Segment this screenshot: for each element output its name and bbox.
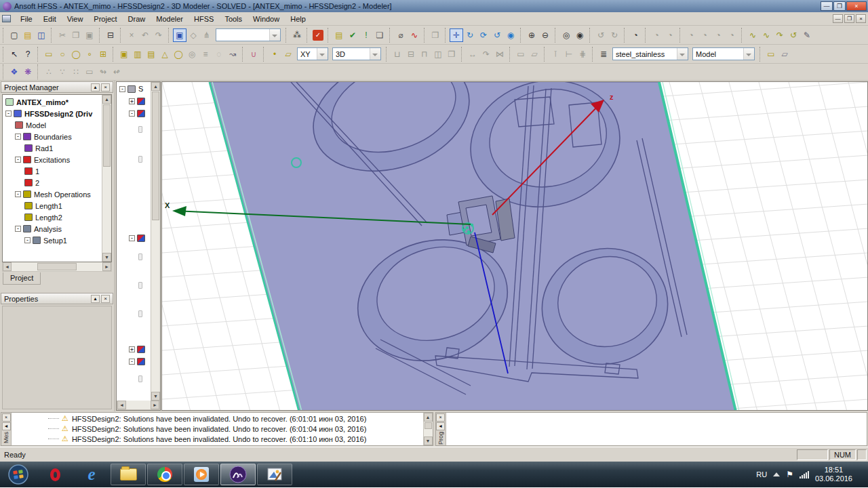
menu-view[interactable]: View [62, 14, 89, 24]
scroll-up-icon[interactable]: ▲ [151, 82, 160, 91]
close-icon[interactable]: × [101, 83, 110, 92]
save-icon[interactable]: ◫ [35, 28, 48, 42]
select-face-icon[interactable]: ◇ [186, 28, 200, 42]
tree-item-setup1[interactable]: -Setup1 [4, 235, 102, 246]
scroll-down-icon[interactable]: ▼ [424, 436, 433, 445]
scroll-up-icon[interactable]: ▲ [102, 95, 111, 104]
close-button[interactable]: × [846, 1, 867, 11]
torus-icon[interactable]: ◎ [185, 47, 199, 61]
copy-image-icon[interactable]: ❐ [429, 28, 442, 42]
tree-item-mesh-operations[interactable]: -Mesh Operations [4, 188, 102, 200]
start-button[interactable] [1, 464, 36, 485]
view-redo-icon[interactable]: ↻ [608, 28, 621, 42]
clock-back-icon[interactable]: ◔ [650, 28, 663, 42]
validation-check-icon[interactable]: ▤ [332, 28, 346, 42]
expander-icon[interactable]: - [129, 110, 135, 117]
menu-file[interactable]: File [15, 14, 38, 24]
section-icon[interactable]: ▭ [514, 47, 528, 61]
layers-icon[interactable]: ≣ [597, 47, 610, 61]
polyhedron-icon[interactable]: ▤ [144, 47, 158, 61]
tree-item-port1[interactable]: 1 [4, 165, 102, 177]
rotate-vertical-icon[interactable]: ↺ [490, 28, 504, 42]
plane-icon[interactable]: ▱ [281, 47, 295, 61]
clock-next-icon[interactable]: ◔ [711, 28, 725, 42]
zoom-fit-icon[interactable]: ◉ [573, 28, 587, 42]
tree-item-model[interactable]: Model [4, 119, 102, 131]
message-vscrollbar[interactable]: ▲ ▼ [423, 413, 433, 445]
design-variables-icon[interactable]: ⁂ [290, 28, 304, 42]
arc-2-icon[interactable]: ↺ [787, 28, 800, 42]
message-row[interactable]: ⚠HFSSDesign2: Solutions have been invali… [12, 424, 423, 434]
animation-icon[interactable]: ◔ [629, 28, 642, 42]
clock-end-icon[interactable]: ◔ [725, 28, 738, 42]
scroll-thumb[interactable] [103, 104, 111, 167]
zoom-out-icon[interactable]: ⊖ [538, 28, 552, 42]
scroll-thumb[interactable] [37, 263, 77, 270]
expander-icon[interactable]: - [15, 134, 21, 140]
scroll-down-icon[interactable]: ▼ [102, 253, 111, 262]
zoom-window-icon[interactable]: ◎ [559, 28, 573, 42]
move-face-icon[interactable]: ∷ [69, 65, 83, 79]
move-to-icon[interactable]: ⊺ [549, 47, 562, 61]
menu-edit[interactable]: Edit [38, 14, 62, 24]
expander-icon[interactable]: + [129, 98, 135, 104]
clock-forward-icon[interactable]: ◔ [663, 28, 677, 42]
history-root[interactable]: -S [118, 83, 151, 94]
expander-icon[interactable]: - [129, 359, 135, 365]
tree-item-length2[interactable]: Length2 [4, 211, 102, 223]
network-signal-icon[interactable] [800, 471, 809, 479]
edit-points-icon[interactable]: ✎ [800, 28, 814, 42]
open-icon[interactable]: ▤ [21, 28, 35, 42]
distribute-icon[interactable]: ⋕ [576, 47, 589, 61]
rotate-icon[interactable]: ↷ [479, 47, 493, 61]
scroll-left-icon[interactable]: ◄ [117, 401, 126, 409]
internet-explorer-button[interactable]: e [74, 464, 109, 485]
material-combo[interactable]: steel_stainless [612, 47, 688, 60]
submit-job-icon[interactable]: ! [359, 28, 373, 42]
tree-item-design[interactable]: -HFSSDesign2 (Driv [4, 108, 102, 119]
quick-select-combo[interactable] [216, 28, 281, 41]
close-icon[interactable]: × [2, 413, 11, 422]
child-minimize-button[interactable]: — [833, 14, 843, 23]
menu-hfss[interactable]: HFSS [189, 14, 219, 24]
equation-curve-icon[interactable]: ∪ [247, 47, 260, 61]
menu-help[interactable]: Help [285, 14, 311, 24]
close-icon[interactable]: × [101, 295, 110, 303]
helix-icon[interactable]: ≡ [199, 47, 212, 61]
clock-prev-icon[interactable]: ◔ [698, 28, 711, 42]
validate-icon[interactable]: ✓ [313, 30, 323, 41]
cut-icon[interactable]: ✂ [56, 28, 69, 42]
subtract-icon[interactable]: ⊟ [404, 47, 418, 61]
close-icon[interactable]: × [436, 413, 445, 422]
child-restore-button[interactable]: ❐ [844, 14, 854, 23]
object-type-combo[interactable]: Model [692, 47, 755, 60]
history-item[interactable]: + [118, 344, 151, 354]
zoom-in-icon[interactable]: ⊕ [525, 28, 538, 42]
spiral-icon[interactable]: ◌ [212, 47, 226, 61]
analyze-all-icon[interactable]: ✔ [346, 28, 359, 42]
modeler-window-icon[interactable] [2, 15, 11, 22]
expander-icon[interactable]: - [5, 110, 12, 117]
sweep-path-icon[interactable]: ↝ [226, 47, 239, 61]
move-vertex-icon[interactable]: ∴ [42, 65, 56, 79]
movement-mode-combo[interactable]: 3D [332, 47, 381, 60]
oval-icon[interactable]: ∘ [83, 47, 96, 61]
box-icon[interactable]: ▣ [117, 47, 131, 61]
tab-project[interactable]: Project [3, 272, 41, 285]
scroll-down-icon[interactable]: ▼ [151, 392, 160, 401]
project-manager-titlebar[interactable]: Project Manager ▴ × [1, 81, 113, 93]
tree-item-excitations[interactable]: -Excitations [4, 154, 102, 165]
scroll-left-icon[interactable]: ◄ [3, 262, 12, 271]
imprint-icon[interactable]: ❐ [445, 47, 458, 61]
scroll-right-icon[interactable]: ► [102, 262, 111, 271]
collapse-icon[interactable]: ◄ [2, 422, 11, 430]
sphere-icon[interactable]: ◯ [172, 47, 185, 61]
history-item[interactable]: - [118, 108, 151, 119]
solution-data-icon[interactable]: ❏ [373, 28, 387, 42]
cylinder-icon[interactable]: ▥ [131, 47, 144, 61]
rectangle-icon[interactable]: ▭ [42, 47, 56, 61]
menu-tools[interactable]: Tools [219, 14, 248, 24]
point-icon[interactable]: • [268, 47, 281, 61]
project-tree-hscrollbar[interactable]: ◄ ► [2, 262, 112, 272]
wireframe-icon[interactable]: ▱ [778, 47, 791, 61]
